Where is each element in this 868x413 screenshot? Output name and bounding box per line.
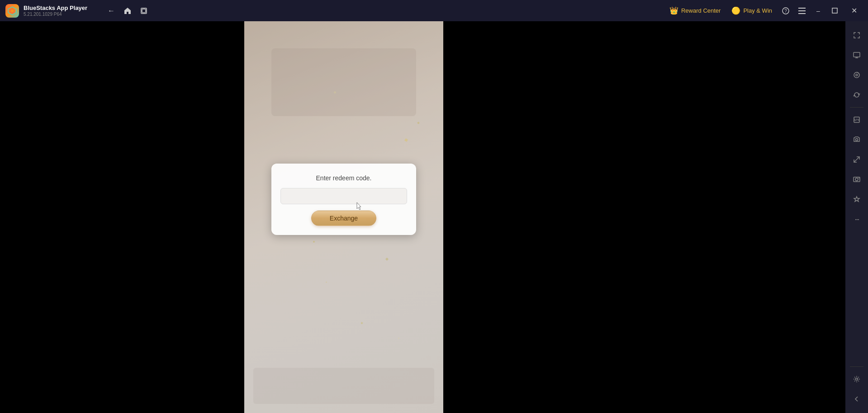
sync-button[interactable] <box>848 86 866 104</box>
logo-area: BlueStacks App Player 5.21.201.1029 P64 <box>0 4 100 18</box>
svg-text:?: ? <box>784 9 787 14</box>
exchange-button[interactable]: Exchange <box>311 211 376 226</box>
svg-point-20 <box>855 178 858 181</box>
restore-button[interactable] <box>827 4 842 18</box>
minimize-button[interactable]: – <box>811 4 825 18</box>
right-sidebar: APK ··· <box>845 21 868 413</box>
svg-text:APK: APK <box>854 118 860 122</box>
svg-rect-10 <box>832 8 837 13</box>
redeem-code-input[interactable] <box>280 188 407 204</box>
dialog-title: Enter redeem code. <box>316 174 372 182</box>
titlebar: BlueStacks App Player 5.21.201.1029 P64 … <box>0 0 868 21</box>
coin-icon: 🟡 <box>731 6 740 15</box>
svg-point-22 <box>856 378 858 380</box>
svg-rect-9 <box>798 13 806 14</box>
display-settings-button[interactable] <box>848 46 866 64</box>
more-options-button[interactable]: ··· <box>848 210 866 228</box>
expand-sidebar-button[interactable] <box>848 26 866 44</box>
titlebar-right: 👑 Reward Center 🟡 Play & Win ? – ✕ <box>665 0 868 21</box>
apk-button[interactable]: APK <box>848 111 866 129</box>
left-panel <box>0 21 244 413</box>
sidebar-divider-1 <box>850 107 863 108</box>
play-win-label: Play & Win <box>743 7 772 14</box>
svg-rect-8 <box>798 10 806 11</box>
redeem-dialog: Enter redeem code. Exchange <box>271 164 416 235</box>
app-name: BlueStacks App Player <box>24 5 87 12</box>
svg-point-18 <box>856 139 858 141</box>
main-content: Enter redeem code. Exchange <box>0 21 868 413</box>
svg-point-2 <box>11 9 14 12</box>
home-button[interactable] <box>121 5 134 17</box>
app-version: 5.21.201.1029 P64 <box>24 12 87 17</box>
help-button[interactable]: ? <box>778 4 793 18</box>
layers-button[interactable] <box>138 5 150 17</box>
reward-center-button[interactable]: 👑 Reward Center <box>665 5 725 17</box>
menu-button[interactable] <box>795 4 809 18</box>
reward-center-label: Reward Center <box>681 7 721 14</box>
dialog-overlay: Enter redeem code. Exchange <box>244 21 443 413</box>
svg-rect-7 <box>798 8 806 9</box>
bluestacks-logo <box>5 4 19 18</box>
back-button[interactable]: ← <box>105 5 118 17</box>
close-window-button[interactable]: ✕ <box>844 0 864 21</box>
svg-point-15 <box>856 74 858 76</box>
crown-icon: 👑 <box>669 6 678 15</box>
screenshot-button[interactable] <box>848 131 866 149</box>
photo-button[interactable] <box>848 170 866 188</box>
app-info: BlueStacks App Player 5.21.201.1029 P64 <box>24 5 87 17</box>
star-button[interactable] <box>848 190 866 208</box>
sidebar-divider-2 <box>850 366 863 367</box>
svg-rect-11 <box>854 52 860 57</box>
nav-buttons: ← <box>100 5 156 17</box>
back-sidebar-button[interactable] <box>848 390 866 408</box>
svg-rect-4 <box>142 9 146 13</box>
svg-point-21 <box>859 178 859 178</box>
game-area[interactable]: Enter redeem code. Exchange <box>244 21 443 413</box>
right-panel <box>443 21 669 413</box>
settings-button[interactable] <box>848 370 866 388</box>
camera-rotate-button[interactable] <box>848 66 866 84</box>
play-win-button[interactable]: 🟡 Play & Win <box>727 5 777 17</box>
resize-button[interactable] <box>848 150 866 169</box>
